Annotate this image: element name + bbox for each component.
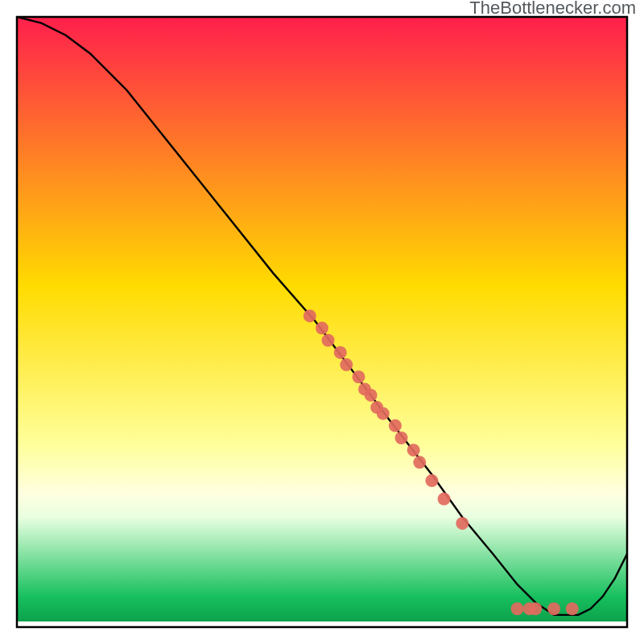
data-point <box>413 456 426 469</box>
data-point <box>395 431 408 444</box>
data-point <box>389 419 402 432</box>
data-point <box>334 346 347 359</box>
data-point <box>340 358 353 371</box>
data-point <box>322 334 335 347</box>
data-point <box>511 602 524 615</box>
data-point <box>425 474 438 487</box>
chart-svg: TheBottlenecker.com <box>0 0 644 644</box>
data-point <box>456 517 469 530</box>
data-point <box>407 444 420 456</box>
data-point <box>547 602 560 615</box>
data-point <box>352 370 365 383</box>
data-point <box>438 493 451 506</box>
data-point <box>377 407 390 420</box>
watermark-label: TheBottlenecker.com <box>469 0 636 18</box>
data-point <box>529 602 542 615</box>
chart-container: TheBottlenecker.com <box>0 0 644 644</box>
data-point <box>365 389 378 402</box>
data-point <box>566 602 579 615</box>
data-point <box>303 309 316 322</box>
data-point <box>316 322 328 335</box>
